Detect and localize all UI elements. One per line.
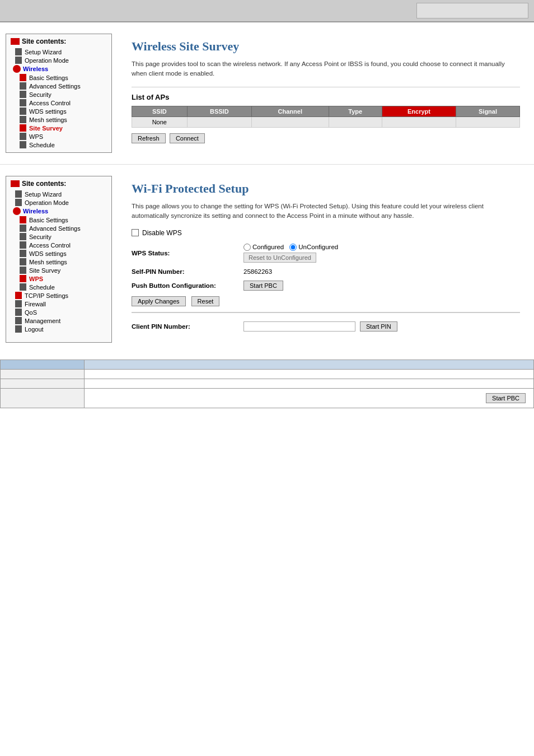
label: WPS [29,276,43,282]
wps-status-radio-group: Configured UnConfigured [243,244,520,251]
page-desc-1: This page provides tool to scan the wire… [132,59,520,79]
start-pin-button[interactable]: Start PIN [360,321,397,332]
bottom-table-row-4: Start PBC [1,388,534,408]
sidebar-item-tcpip[interactable]: TCP/IP Settings [11,291,107,300]
radio-configured-text: Configured [252,244,284,250]
sidebar-item-access-control-2[interactable]: Access Control [15,241,107,249]
label: WPS [29,133,43,140]
sidebar-item-operation-mode-1[interactable]: Operation Mode [11,56,107,64]
sidebar-item-site-survey-1[interactable]: Site Survey [15,124,107,132]
wps-form: Disable WPS WPS Status: Configured UnCon… [132,229,520,332]
sidebar-item-security-1[interactable]: Security [15,90,107,99]
radio-unconfigured[interactable] [289,244,297,251]
label: Access Control [29,242,71,249]
sidebar-item-schedule-1[interactable]: Schedule [15,141,107,149]
refresh-button[interactable]: Refresh [132,133,166,143]
doc-icon [15,57,22,64]
client-pin-input-group: Start PIN [243,321,520,332]
sidebar-item-management[interactable]: Management [11,316,107,325]
sidebar-item-logout[interactable]: Logout [11,325,107,333]
sidebar-item-schedule-2[interactable]: Schedule [15,283,107,291]
td-bssid [187,116,251,127]
label: Site Survey [29,267,60,274]
doc-icon [20,82,26,90]
self-pin-label: Self-PIN Number: [132,268,243,275]
client-pin-label: Client PIN Number: [132,323,243,330]
label: Mesh settings [29,259,67,265]
sidebar-item-advanced-settings-1[interactable]: Advanced Settings [15,82,107,90]
doc-icon [15,199,22,206]
doc-icon [20,133,26,140]
sidebar-item-setup-wizard-1[interactable]: Setup Wizard [11,48,107,56]
sidebar-item-qos[interactable]: QoS [11,308,107,316]
bottom-td-1-2 [85,360,534,369]
doc-icon [20,141,26,148]
label: Firewall [25,301,46,307]
sidebar-item-security-2[interactable]: Security [15,232,107,241]
label: Operation Mode [25,199,69,206]
apply-changes-button[interactable]: Apply Changes [132,296,186,306]
sidebar-item-wds-settings-2[interactable]: WDS settings [15,249,107,258]
td-channel [251,116,329,127]
sidebar-item-firewall[interactable]: Firewall [11,300,107,308]
doc-icon [15,325,22,333]
push-btn-label: Push Button Configuration: [132,282,243,289]
sidebar-item-basic-settings-1[interactable]: Basic Settings [15,73,107,82]
page-title-1: Wireless Site Survey [132,39,520,54]
list-of-aps-title: List of APs [132,93,520,101]
radio-configured-label[interactable]: Configured [243,244,284,251]
sidebar-item-mesh-settings-2[interactable]: Mesh settings [15,258,107,266]
label: Advanced Settings [29,83,81,90]
label: Logout [25,326,44,333]
start-pbc-button[interactable]: Start PBC [243,281,283,291]
wps-status-value: Configured UnConfigured Reset to UnConfi… [243,244,520,263]
sidebar-group-2: Basic Settings Advanced Settings Securit… [11,216,107,291]
sidebar-item-advanced-settings-2[interactable]: Advanced Settings [15,224,107,232]
label: Mesh settings [29,116,67,123]
label: WDS settings [29,108,67,115]
connect-button[interactable]: Connect [170,133,205,143]
divider-1 [132,87,520,87]
sidebar-item-operation-mode-2[interactable]: Operation Mode [11,198,107,207]
wireless-icon [13,65,21,73]
page-title-2: Wi-Fi Protected Setup [132,181,520,196]
ap-table: SSID BSSID Channel Type Encrypt Signal N… [132,106,520,128]
label: WDS settings [29,250,67,257]
sidebar-item-access-control-1[interactable]: Access Control [15,99,107,107]
client-pin-input[interactable] [243,321,355,332]
radio-unconfigured-label[interactable]: UnConfigured [289,244,338,251]
label: Basic Settings [29,74,68,81]
sidebar-item-wps-2[interactable]: WPS [15,274,107,283]
wps-status-row: WPS Status: Configured UnConfigured Rese… [132,244,520,263]
td-type [329,116,382,127]
bottom-table-row-3 [1,379,534,388]
doc-icon [15,309,22,316]
sidebar-wireless-2[interactable]: Wireless [11,207,107,216]
doc-icon [20,267,26,274]
bottom-start-pbc-button[interactable]: Start PBC [486,393,526,403]
sidebar-item-site-survey-2[interactable]: Site Survey [15,266,107,274]
label: Security [29,234,51,240]
disable-wps-checkbox[interactable] [132,229,139,236]
label: QoS [25,309,37,316]
reset-button[interactable]: Reset [191,296,220,306]
separator [132,312,520,313]
sidebar-item-wds-settings-1[interactable]: WDS settings [15,107,107,115]
sidebar-item-setup-wizard-2[interactable]: Setup Wizard [11,190,107,198]
doc-icon [20,216,26,223]
sidebar-1: Site contents: Setup Wizard Operation Mo… [6,34,112,153]
reset-unconfigured-button[interactable]: Reset to UnConfigured [243,253,316,263]
bottom-td-3-2 [85,379,534,388]
sidebar-wireless-1[interactable]: Wireless [11,64,107,73]
radio-configured[interactable] [243,244,251,251]
label: Schedule [29,284,55,291]
td-ssid: None [132,116,188,127]
disable-wps-label: Disable WPS [142,229,182,237]
sidebar-item-mesh-settings-1[interactable]: Mesh settings [15,115,107,124]
sidebar-item-basic-settings-2[interactable]: Basic Settings [15,216,107,224]
bottom-td-3-1 [1,379,85,388]
sidebar1-title-text: Site contents: [22,38,66,45]
doc-icon [15,300,22,307]
th-channel: Channel [251,106,329,116]
sidebar-item-wps-1[interactable]: WPS [15,132,107,141]
